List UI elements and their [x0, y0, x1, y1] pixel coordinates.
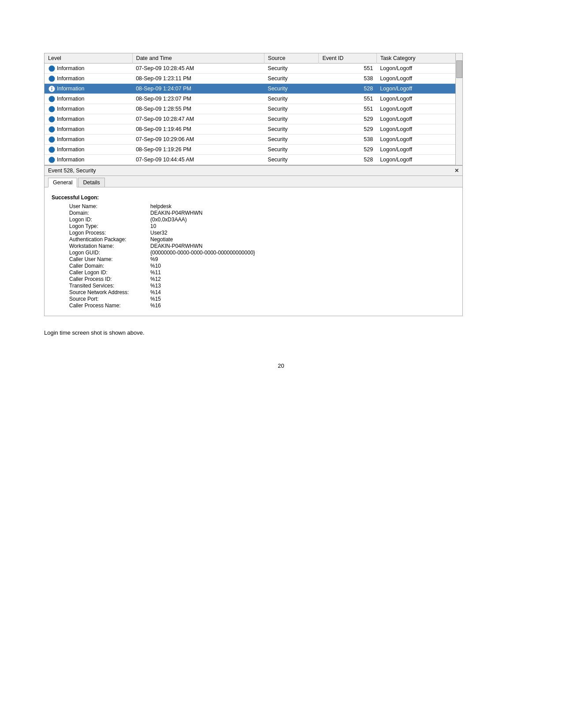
svg-point-7: [51, 87, 52, 88]
table-row[interactable]: Information08-Sep-09 1:24:07 PMSecurity5…: [45, 84, 462, 94]
col-source: Source: [264, 53, 319, 63]
table-row[interactable]: Information08-Sep-09 1:23:07 PMSecurity5…: [45, 94, 462, 104]
field-label: Logon GUID:: [69, 250, 149, 256]
cell-eventid: 529: [319, 114, 376, 124]
info-icon: [48, 65, 55, 72]
table-row[interactable]: Information07-Sep-09 10:44:45 AMSecurity…: [45, 155, 462, 165]
field-label: Transited Services:: [69, 283, 149, 289]
col-datetime: Date and Time: [132, 53, 264, 63]
table-row[interactable]: Information08-Sep-09 1:28:55 PMSecurity5…: [45, 104, 462, 114]
svg-rect-14: [51, 108, 52, 111]
table-row[interactable]: Information07-Sep-09 10:28:45 AMSecurity…: [45, 63, 462, 74]
page-container: Level Date and Time Source Event ID Task…: [35, 53, 527, 369]
detail-field-row: Caller User Name:%9: [69, 256, 455, 262]
cell-datetime: 08-Sep-09 1:23:07 PM: [132, 94, 264, 104]
cell-datetime: 07-Sep-09 10:28:47 AM: [132, 114, 264, 124]
cell-eventid: 551: [319, 63, 376, 74]
cell-category: Logon/Logoff: [376, 63, 462, 74]
detail-field-row: Caller Process Name:%16: [69, 302, 455, 309]
level-text: Information: [57, 106, 85, 112]
cell-level: Information: [45, 84, 132, 94]
cell-datetime: 07-Sep-09 10:44:45 AM: [132, 155, 264, 165]
field-value: 10: [150, 223, 156, 229]
detail-field-row: Caller Logon ID:%11: [69, 269, 455, 276]
info-icon: [48, 136, 55, 143]
level-text: Information: [57, 75, 85, 82]
field-label: Domain:: [69, 210, 149, 216]
detail-field-row: Caller Domain:%10: [69, 263, 455, 269]
cell-eventid: 551: [319, 94, 376, 104]
detail-section-title: Successful Logon:: [52, 194, 455, 201]
info-icon: [48, 146, 55, 153]
col-eventid: Event ID: [319, 53, 376, 63]
col-level: Level: [45, 53, 132, 63]
cell-datetime: 07-Sep-09 10:28:45 AM: [132, 63, 264, 74]
info-icon: [48, 75, 55, 82]
field-value: %15: [150, 296, 161, 302]
info-icon: [48, 116, 55, 123]
event-detail-close-button[interactable]: ✕: [454, 168, 459, 174]
event-detail-content: Successful Logon: User Name:helpdeskDoma…: [45, 187, 462, 316]
cell-source: Security: [264, 84, 319, 94]
event-table-wrapper: Level Date and Time Source Event ID Task…: [44, 53, 463, 165]
field-label: Caller Process Name:: [69, 302, 149, 309]
cell-category: Logon/Logoff: [376, 124, 462, 134]
field-label: Logon Type:: [69, 223, 149, 229]
cell-datetime: 08-Sep-09 1:19:26 PM: [132, 145, 264, 155]
cell-level: Information: [45, 114, 132, 124]
info-icon: [48, 85, 55, 92]
cell-datetime: 07-Sep-09 10:29:06 AM: [132, 134, 264, 145]
scrollbar-thumb[interactable]: [456, 60, 462, 78]
cell-level: Information: [45, 145, 132, 155]
detail-field-row: Source Port:%15: [69, 296, 455, 302]
cell-level: Information: [45, 124, 132, 134]
svg-rect-26: [51, 149, 52, 151]
svg-point-4: [51, 77, 52, 78]
cell-eventid: 528: [319, 84, 376, 94]
table-row[interactable]: Information08-Sep-09 1:23:11 PMSecurity5…: [45, 74, 462, 84]
cell-category: Logon/Logoff: [376, 155, 462, 165]
table-row[interactable]: Information08-Sep-09 1:19:26 PMSecurity5…: [45, 145, 462, 155]
field-value: %9: [150, 256, 158, 262]
tab-details[interactable]: Details: [78, 178, 104, 187]
scrollbar[interactable]: [455, 53, 462, 165]
table-row[interactable]: Information08-Sep-09 1:19:46 PMSecurity5…: [45, 124, 462, 134]
field-value: %10: [150, 263, 161, 269]
table-row[interactable]: Information07-Sep-09 10:28:47 AMSecurity…: [45, 114, 462, 124]
info-icon: [48, 126, 55, 133]
level-text: Information: [57, 146, 85, 153]
detail-field-row: Domain:DEAKIN-P04RWHWN: [69, 210, 455, 216]
svg-point-13: [51, 107, 52, 108]
field-label: User Name:: [69, 203, 149, 209]
field-value: (0x0,0xD3AAA): [150, 217, 187, 223]
level-text: Information: [57, 116, 85, 122]
field-label: Caller User Name:: [69, 256, 149, 262]
page-number: 20: [35, 362, 527, 369]
detail-field-row: Logon Process:User32: [69, 230, 455, 236]
svg-point-1: [51, 67, 52, 67]
cell-category: Logon/Logoff: [376, 134, 462, 145]
cell-eventid: 529: [319, 145, 376, 155]
field-label: Workstation Name:: [69, 243, 149, 249]
table-row[interactable]: Information07-Sep-09 10:29:06 AMSecurity…: [45, 134, 462, 145]
detail-field-row: Transited Services:%13: [69, 283, 455, 289]
svg-point-19: [51, 127, 52, 128]
event-detail-title: Event 528, Security: [48, 168, 96, 174]
tab-general[interactable]: General: [48, 178, 77, 187]
detail-field-row: Logon GUID:{00000000-0000-0000-0000-0000…: [69, 250, 455, 256]
svg-rect-17: [51, 119, 52, 121]
detail-field-row: Logon ID:(0x0,0xD3AAA): [69, 217, 455, 223]
cell-category: Logon/Logoff: [376, 74, 462, 84]
table-body: Information07-Sep-09 10:28:45 AMSecurity…: [45, 63, 462, 165]
field-value: %11: [150, 269, 161, 276]
svg-rect-8: [51, 88, 52, 90]
cell-category: Logon/Logoff: [376, 84, 462, 94]
detail-field-row: Workstation Name:DEAKIN-P04RWHWN: [69, 243, 455, 249]
field-value: DEAKIN-P04RWHWN: [150, 243, 202, 249]
field-label: Logon ID:: [69, 217, 149, 223]
svg-point-22: [51, 138, 52, 138]
field-label: Source Port:: [69, 296, 149, 302]
level-text: Information: [57, 86, 85, 92]
page-number-label: 20: [278, 362, 284, 369]
field-label: Authentication Package:: [69, 236, 149, 243]
